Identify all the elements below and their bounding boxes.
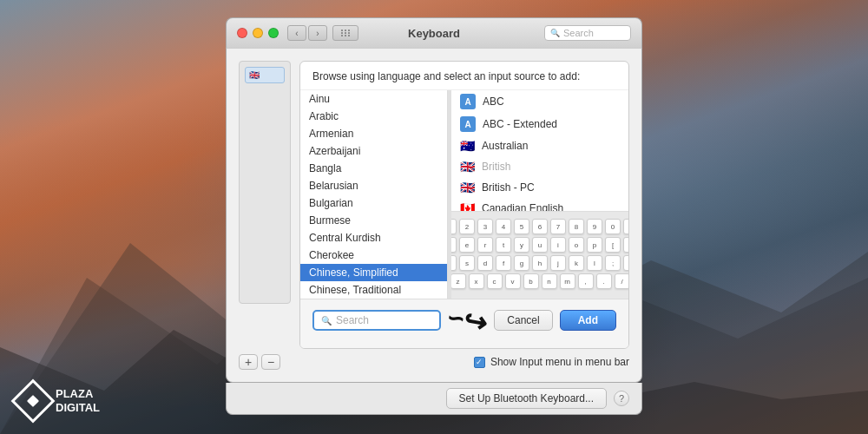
- language-list-item[interactable]: Chinese, Traditional: [300, 281, 447, 299]
- keyboard-key: ': [623, 255, 628, 271]
- input-source-label: Australian: [482, 140, 528, 152]
- input-source-item[interactable]: 🇬🇧British: [451, 156, 628, 177]
- sidebar-flag-item[interactable]: 🇬🇧: [245, 67, 285, 83]
- left-sidebar: 🇬🇧: [239, 61, 291, 304]
- keyboard-key: 5: [514, 219, 529, 234]
- keyboard-row: qwertyuiop[]\: [458, 237, 621, 253]
- input-source-item[interactable]: 🇬🇧British - PC: [451, 177, 628, 198]
- input-source-label: ABC: [483, 95, 504, 108]
- input-source-label: British - PC: [482, 181, 535, 194]
- dialog-lists: AinuArabicArmenianAzerbaijaniBanglaBelar…: [300, 90, 628, 299]
- keyboard-key: /: [615, 273, 629, 289]
- window-footer: Set Up Bluetooth Keyboard... ?: [226, 383, 642, 415]
- language-list-item[interactable]: Bangla: [300, 160, 447, 177]
- minimize-button[interactable]: [253, 28, 263, 38]
- keyboard-key: ;: [605, 255, 621, 271]
- flag-icon: 🇬🇧: [460, 181, 475, 194]
- keyboard-key: 3: [477, 219, 493, 234]
- bottom-controls: + − ✓ Show Input menu in menu bar: [239, 349, 629, 370]
- cancel-button[interactable]: Cancel: [494, 310, 552, 331]
- language-list-item[interactable]: Armenian: [300, 125, 447, 142]
- keyboard-key: 6: [532, 219, 548, 234]
- language-list-item[interactable]: Bulgarian: [300, 194, 447, 212]
- maximize-button[interactable]: [268, 28, 279, 38]
- search-placeholder-text: Search: [563, 28, 594, 38]
- bluetooth-keyboard-button[interactable]: Set Up Bluetooth Keyboard...: [446, 388, 607, 409]
- grid-button[interactable]: [332, 25, 358, 41]
- flag-icon: 🇨🇦: [460, 201, 475, 211]
- input-source-item[interactable]: 🇦🇺Australian: [451, 135, 628, 156]
- keyboard-key: a: [451, 255, 457, 271]
- nav-buttons: ‹ ›: [287, 25, 327, 41]
- keyboard-key: u: [532, 237, 548, 253]
- keyboard-key: .: [596, 273, 612, 289]
- title-search[interactable]: 🔍 Search: [544, 25, 631, 41]
- forward-button[interactable]: ›: [308, 25, 327, 41]
- input-source-item[interactable]: AABC - Extended: [451, 113, 628, 135]
- window-body: 🇬🇧 Browse using language and select an i…: [226, 48, 642, 383]
- keyboard-key: v: [505, 273, 521, 289]
- input-source-item[interactable]: 🇨🇦Canadian English: [451, 198, 628, 211]
- dialog-panel: Browse using language and select an inpu…: [299, 61, 629, 349]
- keyboard-key: i: [550, 237, 566, 253]
- input-source-item[interactable]: AABC: [451, 90, 628, 113]
- keyboard-key: r: [477, 237, 493, 253]
- keyboard-key: f: [496, 255, 511, 271]
- input-source-label: ABC - Extended: [483, 118, 557, 130]
- show-input-row: ✓ Show Input menu in menu bar: [474, 356, 629, 368]
- language-list-item[interactable]: Burmese: [300, 212, 447, 229]
- input-source-label: Canadian English: [482, 202, 563, 211]
- keyboard-key: t: [496, 237, 511, 253]
- search-field-placeholder: Search: [336, 314, 369, 326]
- keyboard-key: 2: [459, 219, 475, 234]
- keyboard-key: l: [587, 255, 602, 271]
- input-source-label: British: [482, 161, 510, 173]
- language-list-item[interactable]: Chinese, Simplified: [300, 264, 447, 281]
- language-list-item[interactable]: Central Kurdish: [300, 229, 447, 247]
- window-title: Keyboard: [408, 27, 460, 40]
- keyboard-key: -: [623, 219, 628, 234]
- close-button[interactable]: [237, 28, 247, 38]
- keyboard-key: ,: [578, 273, 594, 289]
- language-list-item[interactable]: Arabic: [300, 108, 447, 125]
- plus-minus-buttons: + −: [239, 354, 280, 370]
- add-source-button[interactable]: +: [239, 354, 258, 370]
- logo-text: PLAZA digital: [56, 387, 100, 414]
- flag-icon: 🇬🇧: [460, 160, 475, 174]
- keyboard-key: w: [451, 237, 457, 253]
- keyboard-row: `1234567890-=: [458, 219, 621, 234]
- grid-icon: [341, 30, 351, 36]
- show-input-label: Show Input menu in menu bar: [490, 356, 629, 368]
- keyboard-window: ‹ › Keyboard 🔍 Search 🇬🇧: [226, 17, 642, 415]
- remove-source-button[interactable]: −: [261, 354, 280, 370]
- language-list-item[interactable]: Belarusian: [300, 177, 447, 194]
- keyboard-row: zxcvbnm,./: [458, 273, 621, 289]
- keyboard-key: c: [487, 273, 503, 289]
- show-input-checkbox[interactable]: ✓: [474, 357, 485, 368]
- keyboard-key: ]: [623, 237, 628, 253]
- keyboard-key: b: [523, 273, 539, 289]
- keyboard-key: n: [542, 273, 557, 289]
- add-button[interactable]: Add: [560, 310, 616, 331]
- keyboard-key: h: [532, 255, 548, 271]
- keyboard-key: m: [560, 273, 575, 289]
- keyboard-preview: `1234567890-=qwertyuiop[]\asdfghjkl;'zxc…: [451, 211, 628, 299]
- back-button[interactable]: ‹: [287, 25, 306, 41]
- traffic-lights: [237, 28, 279, 38]
- language-list-item[interactable]: Ainu: [300, 90, 447, 108]
- keyboard-key: d: [477, 255, 493, 271]
- arrow-annotation: ↩~: [445, 303, 490, 337]
- help-button[interactable]: ?: [614, 391, 629, 406]
- main-content: 🇬🇧 Browse using language and select an i…: [239, 61, 629, 349]
- logo: PLAZA digital: [17, 385, 100, 417]
- language-list[interactable]: AinuArabicArmenianAzerbaijaniBanglaBelar…: [300, 90, 448, 299]
- keyboard-key: 9: [587, 219, 602, 234]
- keyboard-key: 7: [550, 219, 566, 234]
- language-list-item[interactable]: Azerbaijani: [300, 142, 447, 160]
- input-source-list[interactable]: AABCAABC - Extended🇦🇺Australian🇬🇧British…: [451, 90, 628, 211]
- flag-icon: 🇦🇺: [460, 139, 475, 153]
- search-field[interactable]: 🔍 Search: [312, 310, 441, 331]
- keyboard-row: asdfghjkl;': [458, 255, 621, 271]
- language-list-item[interactable]: Cherokee: [300, 247, 447, 264]
- title-bar: ‹ › Keyboard 🔍 Search: [226, 17, 642, 48]
